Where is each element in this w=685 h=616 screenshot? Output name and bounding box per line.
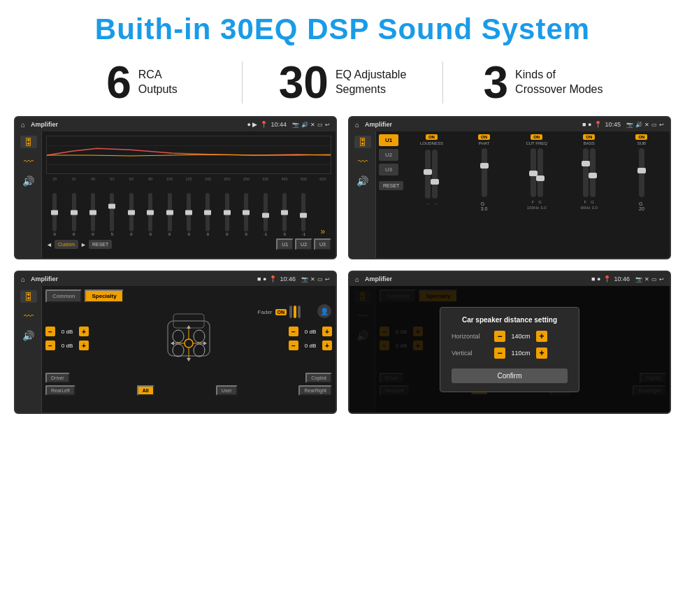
dsp-cutfreq-slider-g[interactable] [538,148,543,197]
fader-home-icon[interactable]: ⌂ [21,275,25,283]
db-plus-3[interactable]: + [322,327,332,336]
dsp-minimize-icon: ▭ [651,122,657,128]
fader-copilot-button[interactable]: Copilot [305,373,332,383]
back-icon[interactable]: ↩ [325,122,330,128]
eq-dot: ● ▶ [247,121,258,128]
modal-horizontal-plus[interactable]: + [536,331,547,342]
dsp-sidebar-icon-2[interactable]: 〰 [354,155,371,168]
modal-vertical-minus[interactable]: − [494,348,505,359]
svg-marker-17 [203,341,207,345]
eq-u3-button[interactable]: U3 [314,238,331,250]
eq-sidebar-icon-3[interactable]: 🔊 [20,175,37,187]
dsp-home-icon[interactable]: ⌂ [355,121,359,129]
fader-rearright-button[interactable]: RearRight [298,385,332,396]
eq-prev-button[interactable]: ◄ [46,241,52,248]
eq-sidebar-icon-2[interactable]: 〰 [20,155,37,168]
fader-slider-1[interactable] [289,306,292,318]
fader-slider-3[interactable] [298,306,301,318]
fader-back-icon[interactable]: ↩ [325,276,330,282]
dsp-bass-g: G [591,200,594,204]
fader-slider-2[interactable] [294,306,296,318]
dsp-loudness-slider-2[interactable] [432,150,438,199]
fader-user-button[interactable]: User [216,385,238,396]
eq-graph [46,136,331,174]
db-plus-4[interactable]: + [322,341,332,350]
page-title: Buith-in 30EQ DSP Sound System [14,13,671,46]
db-plus-1[interactable]: + [79,327,89,336]
db-minus-3[interactable]: − [289,327,298,336]
fader-common-tab[interactable]: Common [45,289,82,303]
dsp-bass-slider-g[interactable] [590,148,596,197]
fader-content: 🎛 〰 🔊 Common Specialty Fader ON [15,286,336,413]
fader-sidebar-icon-1[interactable]: 🎛 [20,290,37,303]
fader-rearleft-button[interactable]: RearLeft [45,385,75,396]
db-val-4: 0 dB [301,343,320,349]
modal-vertical-control: − 110cm + [494,348,547,359]
dsp-u2-button[interactable]: U2 [379,149,398,161]
fader-driver-button[interactable]: Driver [45,373,70,383]
eq-bottom-bar: ◄ Custom ► RESET U1 U2 U3 [46,238,331,250]
eq-custom-button[interactable]: Custom [55,240,78,249]
eq-reset-button[interactable]: RESET [89,240,112,249]
fader-specialty-tab[interactable]: Specialty [85,289,123,303]
dsp-u3-button[interactable]: U3 [379,164,398,176]
db-plus-2[interactable]: + [79,341,89,350]
eq-track-0[interactable] [52,193,57,231]
dsp-phat-g: G [481,201,488,206]
fader-sidebar-icon-2[interactable]: 〰 [20,310,37,322]
eq-u2-button[interactable]: U2 [295,238,312,250]
modal-confirm-button[interactable]: Confirm [452,368,568,383]
eq-scroll-right[interactable]: » [321,227,326,236]
home-icon[interactable]: ⌂ [21,121,25,129]
dsp-sub-on[interactable]: ON [635,134,647,140]
db-minus-4[interactable]: − [289,341,298,350]
page-header: Buith-in 30EQ DSP Sound System [0,0,685,55]
dsp-loudness-val-2: ~ [434,201,437,206]
dsp-phat-slider[interactable] [482,148,487,197]
freq-500: 500 [295,177,312,181]
dsp-reset-button[interactable]: RESET [379,181,403,190]
dsp-u1-button[interactable]: U1 [379,134,398,146]
db-minus-2[interactable]: − [45,341,55,350]
dsp-sub-slider[interactable] [639,148,644,197]
dist-home-icon[interactable]: ⌂ [355,275,359,283]
dsp-cutfreq-slider-f[interactable] [531,148,536,197]
distance-modal: Car speaker distance setting Horizontal … [440,307,579,392]
camera-icon: 📷 [292,122,299,128]
fader-pin-icon: 📍 [269,275,277,282]
fader-all-button[interactable]: All [137,385,154,396]
eq-sidebar-icon-1[interactable]: 🎛 [20,136,37,148]
dsp-status-icons: 📷 🔊 ✕ ▭ ↩ [626,122,664,128]
dsp-back-icon[interactable]: ↩ [659,122,664,128]
dist-dot: ■ ● [591,275,600,282]
dsp-bass-slider-f[interactable] [583,148,589,197]
eq-next-button[interactable]: ► [80,241,87,248]
dsp-loudness-slider-1[interactable] [425,150,431,199]
dist-time: 10:46 [614,275,630,282]
svg-marker-15 [187,358,191,361]
dsp-sidebar-icon-3[interactable]: 🔊 [354,175,371,187]
freq-250: 250 [238,177,254,181]
eq-u1-button[interactable]: U1 [276,238,294,250]
fader-status-icons: 📷 ✕ ▭ ↩ [301,276,330,282]
dsp-phat-on[interactable]: ON [478,134,490,140]
distance-modal-overlay: Car speaker distance setting Horizontal … [349,286,670,413]
modal-vertical-plus[interactable]: + [536,348,547,359]
db-control-4: − 0 dB + [289,341,332,350]
db-val-1: 0 dB [57,329,77,335]
modal-horizontal-minus[interactable]: − [494,331,505,342]
fader-sidebar-icon-3[interactable]: 🔊 [20,329,37,342]
eq-slider-0: 0 [46,193,63,236]
freq-160: 160 [199,177,216,181]
fader-profile-icon[interactable]: 👤 [317,304,331,318]
dsp-cutfreq-on[interactable]: ON [531,134,542,140]
dsp-sidebar-icon-1[interactable]: 🎛 [354,136,371,148]
minimize-icon: ▭ [317,122,323,128]
dsp-loudness-label: LOUDNESS [420,141,443,145]
fader-bottom-row1: Driver Copilot [45,373,332,383]
dsp-loudness-on[interactable]: ON [426,134,438,140]
db-minus-1[interactable]: − [45,327,55,336]
svg-point-9 [185,339,193,348]
dist-back-icon[interactable]: ↩ [659,276,664,282]
dsp-bass-on[interactable]: ON [583,134,595,140]
